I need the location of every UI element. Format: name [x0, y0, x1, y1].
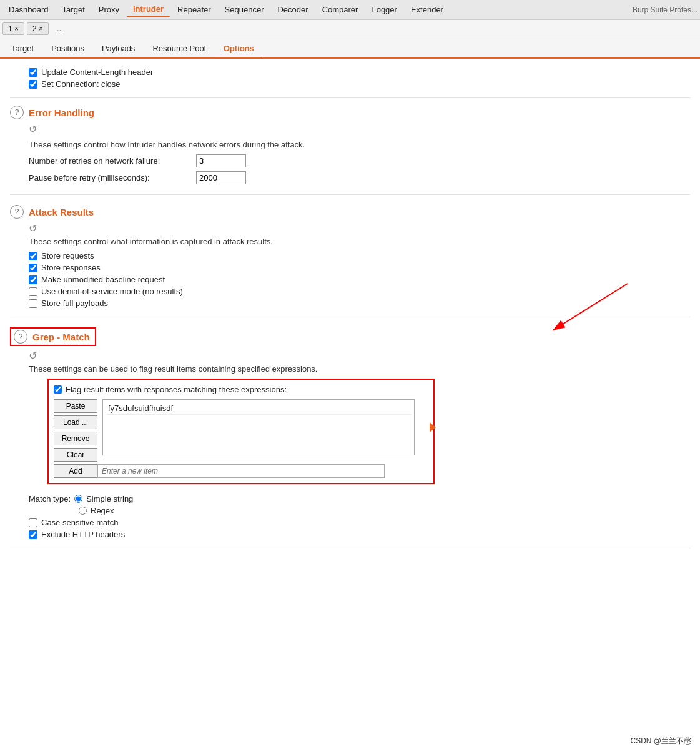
- menu-comparer[interactable]: Comparer: [316, 2, 365, 17]
- set-connection-label: Set Connection: close: [41, 79, 120, 89]
- retries-label: Number of retries on network failure:: [29, 156, 191, 166]
- menu-repeater[interactable]: Repeater: [171, 2, 217, 17]
- grep-table-area[interactable]: fy7sdufsuidfhuisdf: [102, 399, 415, 455]
- grep-match-refresh: ↺: [29, 350, 690, 362]
- ar-checkbox-4: Store full payloads: [29, 299, 690, 308]
- subtab-positions[interactable]: Positions: [42, 40, 93, 59]
- match-type-regex-label: Regex: [91, 506, 114, 515]
- grep-match-refresh-icon[interactable]: ↺: [29, 350, 37, 361]
- error-handling-section: ? Error Handling ↺ These settings contro…: [10, 106, 690, 195]
- ar-checkbox-store-requests[interactable]: [29, 252, 37, 260]
- checkbox-update-content-length: Update Content-Length header: [29, 67, 690, 77]
- pause-label: Pause before retry (milliseconds):: [29, 173, 191, 182]
- grep-clear-button[interactable]: Clear: [54, 448, 97, 462]
- ar-checkbox-baseline[interactable]: [29, 275, 37, 284]
- pause-input[interactable]: [196, 171, 246, 184]
- grep-item-0[interactable]: fy7sdufsuidfhuisdf: [106, 402, 412, 415]
- brand-label: Burp Suite Profes...: [633, 6, 698, 14]
- grep-match-section: ? Grep - Match ↺ These settings can be u…: [10, 327, 690, 548]
- sub-tab-row: Target Positions Payloads Resource Pool …: [0, 37, 700, 59]
- grep-match-title: Grep - Match: [32, 332, 90, 342]
- menu-extender[interactable]: Extender: [405, 2, 450, 17]
- menu-logger[interactable]: Logger: [365, 2, 403, 17]
- grep-match-inner: Flag result items with responses matchin…: [29, 379, 690, 489]
- ar-checkbox-dos[interactable]: [29, 287, 37, 296]
- ar-label-store-responses: Store responses: [41, 263, 101, 272]
- ar-label-full-payloads: Store full payloads: [41, 299, 108, 308]
- ar-label-baseline: Make unmodified baseline request: [41, 275, 165, 284]
- menu-sequencer[interactable]: Sequencer: [219, 2, 270, 17]
- ar-checkbox-2: Make unmodified baseline request: [29, 275, 690, 284]
- update-content-length-checkbox[interactable]: [29, 68, 37, 77]
- grep-flag-checkbox[interactable]: [54, 385, 62, 394]
- ar-checkbox-0: Store requests: [29, 251, 690, 260]
- grep-load-button[interactable]: Load ...: [54, 415, 97, 429]
- update-content-length-label: Update Content-Length header: [41, 67, 153, 77]
- error-handling-icon: ?: [10, 106, 24, 119]
- error-handling-refresh-icon[interactable]: ↺: [29, 124, 37, 134]
- match-type-simple-radio[interactable]: [74, 495, 82, 503]
- attack-results-refresh: ↺: [29, 222, 690, 234]
- tab-row: 1 × 2 × ...: [0, 20, 700, 37]
- ar-checkbox-1: Store responses: [29, 263, 690, 272]
- pause-row: Pause before retry (milliseconds):: [29, 171, 690, 184]
- error-handling-header: ? Error Handling: [10, 106, 690, 119]
- orange-triangle-indicator: [430, 422, 436, 432]
- subtab-payloads[interactable]: Payloads: [93, 40, 144, 59]
- case-sensitive-row: Case sensitive match: [29, 518, 690, 527]
- tab-1[interactable]: 1 ×: [2, 22, 24, 35]
- partial-top-section: Update Content-Length header Set Connect…: [10, 64, 690, 98]
- ar-label-store-requests: Store requests: [41, 251, 94, 260]
- grep-action-buttons: Paste Load ... Remove Clear: [54, 399, 97, 462]
- attack-results-refresh-icon[interactable]: ↺: [29, 223, 37, 234]
- grep-add-row: Add: [54, 464, 428, 478]
- grep-add-input[interactable]: [97, 464, 385, 478]
- grep-match-header-box: ? Grep - Match: [10, 327, 96, 346]
- subtab-target[interactable]: Target: [2, 40, 42, 59]
- attack-results-title: Attack Results: [29, 207, 94, 217]
- menu-dashboard[interactable]: Dashboard: [2, 2, 55, 17]
- grep-remove-button[interactable]: Remove: [54, 432, 97, 445]
- menu-target[interactable]: Target: [56, 2, 91, 17]
- grep-list-container: Paste Load ... Remove Clear fy7sdufsuidf…: [54, 399, 428, 462]
- grep-table-wrapper: fy7sdufsuidfhuisdf: [102, 399, 428, 455]
- grep-inner-box: Flag result items with responses matchin…: [47, 379, 435, 484]
- ar-checkbox-3: Use denial-of-service mode (no results): [29, 287, 690, 296]
- error-handling-refresh: ↺: [29, 123, 690, 135]
- error-handling-desc: These settings control how Intruder hand…: [29, 140, 690, 149]
- ar-checkbox-full-payloads[interactable]: [29, 299, 37, 308]
- set-connection-checkbox[interactable]: [29, 80, 37, 89]
- attack-results-icon: ?: [10, 205, 24, 219]
- main-content: Update Content-Length header Set Connect…: [0, 59, 700, 754]
- grep-paste-button[interactable]: Paste: [54, 399, 97, 413]
- menu-proxy[interactable]: Proxy: [92, 2, 126, 17]
- subtab-options[interactable]: Options: [215, 40, 263, 59]
- match-type-container: Match type: Simple string Regex Case sen…: [29, 494, 690, 539]
- attack-results-header: ? Attack Results: [10, 205, 690, 219]
- subtab-resource-pool[interactable]: Resource Pool: [144, 40, 214, 59]
- match-type-row: Match type: Simple string: [29, 494, 690, 503]
- watermark: CSDN @兰兰不愁: [628, 735, 694, 748]
- grep-add-button[interactable]: Add: [54, 464, 97, 478]
- retries-row: Number of retries on network failure:: [29, 154, 690, 167]
- error-handling-title: Error Handling: [29, 107, 94, 118]
- grep-flag-checkbox-row: Flag result items with responses matchin…: [54, 385, 428, 394]
- tab-2[interactable]: 2 ×: [27, 22, 49, 35]
- menu-intruder[interactable]: Intruder: [127, 2, 170, 17]
- attack-results-section: ? Attack Results ↺ These settings contro…: [10, 205, 690, 317]
- case-sensitive-checkbox[interactable]: [29, 518, 37, 527]
- match-type-regex-radio[interactable]: [79, 507, 87, 515]
- ar-checkbox-store-responses[interactable]: [29, 264, 37, 272]
- case-sensitive-label: Case sensitive match: [41, 518, 119, 527]
- exclude-http-row: Exclude HTTP headers: [29, 530, 690, 539]
- match-type-simple-label: Simple string: [86, 494, 133, 503]
- exclude-http-checkbox[interactable]: [29, 530, 37, 539]
- attack-results-desc: These settings control what information …: [29, 237, 690, 246]
- ar-label-dos: Use denial-of-service mode (no results): [41, 287, 183, 296]
- match-type-regex-row: Regex: [79, 506, 690, 515]
- tab-dots[interactable]: ...: [51, 23, 65, 34]
- menu-decoder[interactable]: Decoder: [271, 2, 314, 17]
- grep-match-desc: These settings can be used to flag resul…: [29, 364, 690, 374]
- checkbox-set-connection: Set Connection: close: [29, 79, 690, 89]
- retries-input[interactable]: [196, 154, 246, 167]
